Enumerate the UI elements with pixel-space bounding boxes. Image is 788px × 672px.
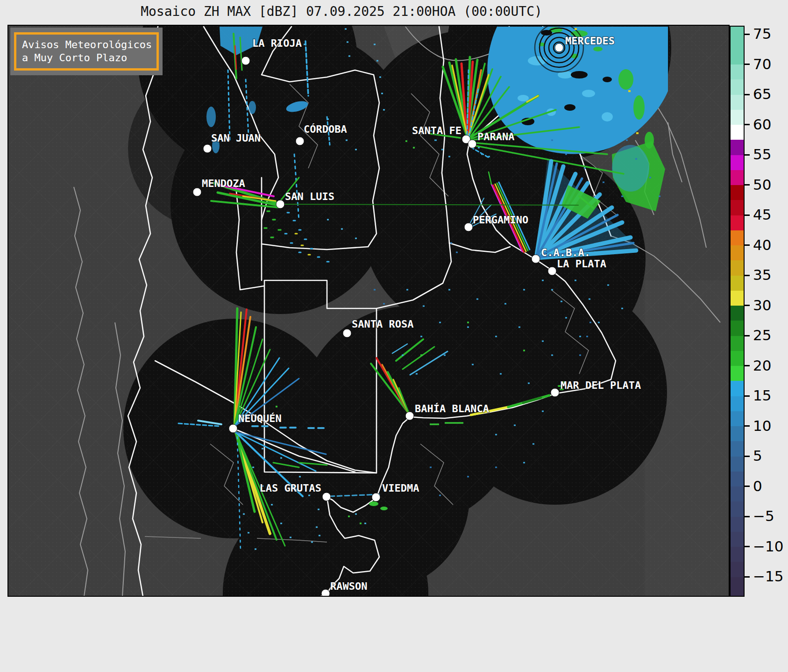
colorbar-segment xyxy=(731,170,744,185)
page-title: Mosaico ZH MAX [dBZ] 07.09.2025 21:00HOA… xyxy=(0,4,683,19)
colorbar-tick-mark xyxy=(745,576,750,578)
colorbar-tick-label: 55 xyxy=(753,146,771,163)
colorbar-segment xyxy=(731,260,744,276)
city-label-neuqu-n: NEUQUÉN xyxy=(238,413,282,424)
city-dot-san-luis xyxy=(276,200,284,208)
colorbar-tick-label: 20 xyxy=(753,357,771,374)
colorbar-segment xyxy=(731,155,744,170)
colorbar-segment xyxy=(731,547,744,562)
colorbar-segment xyxy=(731,562,744,577)
city-dot-rawson xyxy=(321,589,330,596)
city-label-la-rioja: LA RIOJA xyxy=(252,37,302,49)
colorbar-segment xyxy=(731,185,744,200)
colorbar-tick-mark xyxy=(745,244,750,246)
colorbar-segment xyxy=(731,350,744,366)
city-label-pergamino: PERGAMINO xyxy=(473,214,528,226)
city-dot-san-juan xyxy=(203,144,212,153)
colorbar-segment xyxy=(731,366,744,381)
dbz-colorbar xyxy=(730,26,745,597)
city-label-las-grutas: LAS GRUTAS xyxy=(260,482,321,494)
colorbar-segment xyxy=(731,441,744,457)
colorbar-segment xyxy=(731,290,744,306)
city-label-c-rdoba: CÓRDOBA xyxy=(304,123,347,135)
city-label-rawson: RAWSON xyxy=(330,580,367,592)
colorbar-tick-label: 65 xyxy=(753,86,771,102)
colorbar-tick-mark xyxy=(745,184,750,186)
colorbar-segment xyxy=(731,471,744,486)
colorbar-segment xyxy=(731,275,744,291)
colorbar-tick-label: 15 xyxy=(753,387,771,404)
colorbar-tick-label: 35 xyxy=(753,266,771,283)
colorbar-segment xyxy=(731,501,744,517)
city-label-santa-rosa: SANTA ROSA xyxy=(352,318,413,330)
colorbar-segment xyxy=(731,230,744,245)
city-dot-parana xyxy=(468,140,476,148)
colorbar-tick-label: −10 xyxy=(753,538,783,555)
colorbar-tick-label: 70 xyxy=(753,56,771,72)
city-label-c-a-b-a-: C.A.B.A. xyxy=(541,247,590,258)
warning-line-1: Avisos Meteorológicos xyxy=(22,38,156,51)
colorbar-tick-mark xyxy=(745,335,750,336)
city-label-san-juan: SAN JUAN xyxy=(211,132,261,144)
colorbar-tick-mark xyxy=(745,456,750,457)
colorbar-tick-mark xyxy=(745,124,750,125)
colorbar-tick-mark xyxy=(745,546,750,547)
city-label-santa-fe: SANTA FE xyxy=(412,125,461,136)
city-dot-mar-del-plata xyxy=(551,388,559,397)
colorbar-segment xyxy=(731,577,744,596)
colorbar-tick-mark xyxy=(745,94,750,95)
colorbar-tick-label: 5 xyxy=(753,447,762,464)
colorbar-tick-label: 75 xyxy=(753,25,771,42)
city-label-parana: PARANA xyxy=(477,131,514,143)
city-dot-viedma xyxy=(372,493,380,501)
city-dot-la-rioja xyxy=(241,57,250,65)
colorbar-segment xyxy=(731,411,744,426)
colorbar-tick-label: 45 xyxy=(753,206,771,223)
colorbar-tick-mark xyxy=(745,275,750,276)
colorbar-segment xyxy=(731,381,744,396)
city-dot-mendoza xyxy=(193,188,201,196)
colorbar-segment xyxy=(731,321,744,336)
colorbar-tick-mark xyxy=(745,395,750,397)
colorbar-tick-label: 60 xyxy=(753,116,771,133)
colorbar-segment xyxy=(731,64,744,80)
city-dot-neuqu-n xyxy=(229,424,237,433)
footer-logos: Servicio Meteorológico Nacional Argentin… xyxy=(0,597,788,672)
colorbar-segment xyxy=(731,26,744,64)
colorbar-segment xyxy=(731,79,744,95)
colorbar-tick-label: 10 xyxy=(753,417,771,434)
colorbar-segment xyxy=(731,531,744,547)
city-label-san-luis: SAN LUIS xyxy=(285,191,334,202)
colorbar-segment xyxy=(731,200,744,215)
colorbar-segment xyxy=(731,245,744,261)
colorbar-segment xyxy=(731,516,744,532)
colorbar-tick-mark xyxy=(745,154,750,156)
city-label-la-plata: LA PLATA xyxy=(557,258,606,270)
colorbar-segment xyxy=(731,456,744,472)
city-dot-c-a-b-a- xyxy=(532,255,540,263)
city-dot-santa-rosa xyxy=(343,329,351,337)
radar-map[interactable]: LA RIOJAMERCEDESSAN JUANCÓRDOBASANTA FEP… xyxy=(7,25,730,597)
colorbar-tick-label: 25 xyxy=(753,327,771,343)
city-dot-pergamino xyxy=(464,223,473,231)
radar-mosaic-page: Mosaico ZH MAX [dBZ] 07.09.2025 21:00HOA… xyxy=(0,0,788,672)
colorbar-tick-label: −15 xyxy=(753,568,783,585)
colorbar-tick-label: 40 xyxy=(753,236,771,253)
city-label-mar-del-plata: MAR DEL PLATA xyxy=(561,379,641,391)
city-label-viedma: VIEDMA xyxy=(382,482,419,494)
colorbar-tick-label: −5 xyxy=(753,508,774,524)
colorbar-tick-label: 50 xyxy=(753,176,771,193)
warning-line-2: a Muy Corto Plazo xyxy=(22,51,156,64)
city-label-bah-a-blanca: BAHÍA BLANCA xyxy=(415,403,489,415)
colorbar-segment xyxy=(731,215,744,230)
city-dot-bah-a-blanca xyxy=(405,412,414,420)
warning-banner[interactable]: Avisos Meteorológicos a Muy Corto Plazo xyxy=(10,28,163,75)
colorbar-tick-mark xyxy=(745,365,750,366)
colorbar-tick-mark xyxy=(745,516,750,517)
radar-map-svg: LA RIOJAMERCEDESSAN JUANCÓRDOBASANTA FEP… xyxy=(8,26,729,596)
colorbar-tick-mark xyxy=(745,486,750,487)
city-dot-mercedes xyxy=(555,43,563,52)
city-dot-la-plata xyxy=(548,267,556,275)
colorbar-segment xyxy=(731,336,744,351)
colorbar-tick-mark xyxy=(745,425,750,427)
